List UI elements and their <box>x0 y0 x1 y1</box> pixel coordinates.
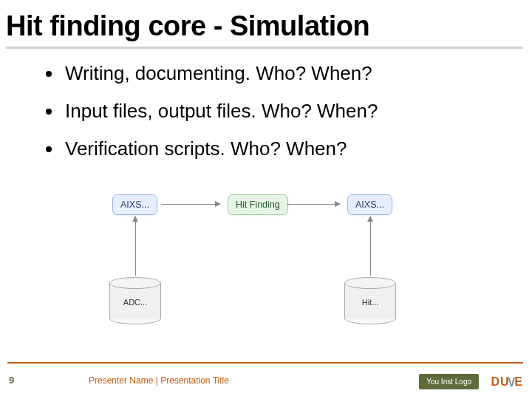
presenter-line: Presenter Name | Presentation Title <box>89 375 229 386</box>
cylinder-label: ADC... <box>109 298 161 307</box>
footer-divider <box>7 362 523 364</box>
bullet-text: Verification scripts. Who? When? <box>65 137 347 160</box>
logo-letter: V <box>508 376 516 389</box>
cylinder-top-icon <box>344 277 396 289</box>
inst-logo-placeholder: You Inst Logo <box>419 374 479 389</box>
node-aixs-left: AIXS... <box>112 194 157 215</box>
cylinder-top-icon <box>109 277 161 289</box>
brand-logo: DUVE <box>491 375 523 389</box>
flow-diagram: AIXS... Hit Finding AIXS... ADC... Hit..… <box>0 174 532 340</box>
arrow-right-icon <box>161 204 220 205</box>
arrow-up-icon <box>370 216 371 276</box>
slide-title: Hit finding core - Simulation <box>6 10 523 49</box>
bullet-dot-icon <box>46 109 52 115</box>
cylinder-label: Hit... <box>344 298 396 307</box>
logo-letter: D <box>491 375 501 388</box>
bullet-dot-icon <box>46 146 52 152</box>
bullet-item: Input files, output files. Who? When? <box>46 100 517 123</box>
bullet-text: Writing, documenting. Who? When? <box>65 62 372 85</box>
bullet-item: Writing, documenting. Who? When? <box>46 62 517 85</box>
bullet-list: Writing, documenting. Who? When? Input f… <box>46 62 517 175</box>
node-hit-finding: Hit Finding <box>228 194 288 215</box>
node-aixs-right: AIXS... <box>347 194 392 215</box>
page-number: 9 <box>9 375 14 386</box>
cylinder-adc: ADC... <box>109 277 161 329</box>
arrow-right-icon <box>287 204 340 205</box>
bullet-text: Input files, output files. Who? When? <box>65 100 378 123</box>
bullet-dot-icon <box>46 71 52 77</box>
bullet-item: Verification scripts. Who? When? <box>46 137 517 160</box>
cylinder-hit: Hit... <box>344 277 396 329</box>
slide: Hit finding core - Simulation Writing, d… <box>0 0 532 399</box>
arrow-up-icon <box>135 216 136 276</box>
